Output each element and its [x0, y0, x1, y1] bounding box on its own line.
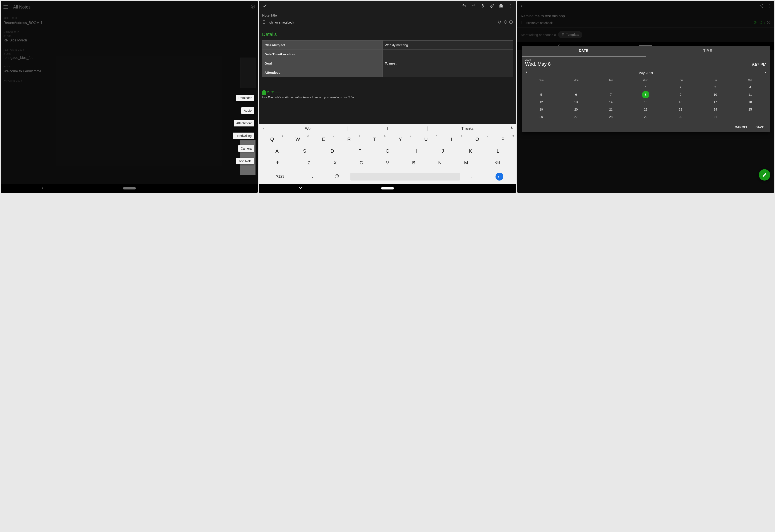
details-table[interactable]: Class/ProjectWeekly meetingDate/Time/Loc… — [262, 40, 513, 77]
key[interactable]: A — [263, 146, 291, 156]
calendar-day[interactable]: 13 — [572, 98, 580, 106]
note-item[interactable]: renegade_bios_feb — [3, 56, 255, 60]
calendar-day[interactable]: 1 — [642, 84, 649, 91]
key[interactable]: L — [484, 146, 512, 156]
key[interactable]: T5 — [362, 134, 387, 144]
prev-month-icon[interactable] — [525, 71, 528, 75]
info-icon[interactable] — [509, 20, 513, 25]
key[interactable]: K — [457, 146, 484, 156]
key[interactable]: E3 — [311, 134, 336, 144]
tab-date[interactable]: DATE — [522, 46, 646, 56]
table-row-value[interactable] — [382, 50, 513, 59]
note-title-input[interactable]: Note Title — [262, 14, 513, 17]
enter-key[interactable] — [484, 171, 515, 183]
calendar-day[interactable]: 7 — [607, 91, 615, 98]
calendar-day[interactable]: 2 — [677, 84, 684, 91]
key[interactable]: W2 — [285, 134, 310, 144]
calendar-day[interactable]: 30 — [677, 113, 684, 121]
fab-menu-item[interactable]: Reminder — [236, 95, 254, 101]
key[interactable]: O9 — [465, 134, 490, 144]
key[interactable]: M — [453, 158, 479, 168]
calendar-day[interactable]: 11 — [746, 91, 754, 98]
calendar-day[interactable]: 3 — [712, 84, 719, 91]
suggestion[interactable]: We — [268, 126, 347, 131]
calendar-day[interactable]: 12 — [537, 98, 545, 106]
calendar-day[interactable]: 9 — [677, 91, 684, 98]
edit-fab[interactable] — [759, 169, 770, 181]
key[interactable]: D — [319, 146, 346, 156]
key[interactable]: C — [348, 158, 374, 168]
space-key[interactable] — [350, 173, 460, 181]
fab-menu-item[interactable]: Camera — [238, 145, 254, 152]
backspace-key[interactable] — [479, 158, 515, 168]
calendar-day[interactable]: 21 — [607, 106, 615, 113]
overflow-icon[interactable] — [507, 2, 514, 10]
note-item[interactable]: RR Bios March — [3, 38, 255, 42]
key[interactable]: Y6 — [388, 134, 413, 144]
tag-icon[interactable] — [503, 20, 507, 25]
key[interactable]: I8 — [439, 134, 464, 144]
calendar-day[interactable]: 6 — [572, 91, 580, 98]
calendar-day[interactable]: 18 — [746, 98, 754, 106]
key[interactable]: Q1 — [259, 134, 285, 144]
calendar-day[interactable]: 31 — [712, 113, 719, 121]
shift-key[interactable] — [259, 158, 295, 168]
nav-home-icon[interactable] — [381, 187, 394, 189]
key[interactable]: P0 — [490, 134, 516, 144]
camera-icon[interactable] — [497, 2, 505, 10]
calendar-day[interactable]: 27 — [572, 113, 580, 121]
key[interactable]: R4 — [336, 134, 362, 144]
calendar-day[interactable]: 19 — [537, 106, 545, 113]
key[interactable]: N — [427, 158, 453, 168]
suggestion[interactable]: I — [347, 126, 428, 131]
expand-suggestions-icon[interactable] — [259, 127, 268, 131]
fab-menu-item[interactable]: Handwriting — [233, 133, 254, 139]
period-key[interactable]: . — [461, 172, 483, 181]
suggestion[interactable]: Thanks — [428, 126, 507, 131]
symbols-key[interactable]: ?123 — [260, 172, 301, 181]
comma-key[interactable]: , — [301, 172, 323, 181]
key[interactable]: V — [374, 158, 401, 168]
attachment-icon[interactable] — [488, 2, 496, 10]
fab-menu-item[interactable]: Text Note — [236, 158, 254, 164]
key[interactable]: F — [346, 146, 373, 156]
notebook-row[interactable]: richmoy's notebook — [262, 19, 513, 27]
note-item[interactable]: ReturnAddress_BOOM-1 — [3, 21, 255, 25]
emoji-key[interactable] — [324, 172, 349, 182]
key[interactable]: S — [291, 146, 318, 156]
key[interactable]: B — [401, 158, 427, 168]
tab-time[interactable]: TIME — [646, 46, 770, 56]
calendar-day[interactable]: 23 — [677, 106, 684, 113]
calendar-day[interactable]: 4 — [746, 84, 754, 91]
table-row-label[interactable]: Goal — [262, 59, 382, 68]
calendar-day[interactable]: 25 — [746, 106, 754, 113]
key[interactable]: U7 — [414, 134, 439, 144]
sync-icon[interactable] — [251, 4, 255, 10]
calendar-day[interactable]: 24 — [712, 106, 719, 113]
nav-hide-keyboard-icon[interactable] — [298, 186, 303, 191]
key[interactable]: X — [322, 158, 348, 168]
picker-month-label[interactable]: May 2019 — [638, 71, 653, 75]
undo-icon[interactable] — [461, 2, 468, 10]
calendar-day[interactable]: 29 — [642, 113, 649, 121]
calendar-day[interactable]: 22 — [642, 106, 649, 113]
note-item[interactable]: Welcome to Penultimate — [3, 69, 255, 73]
next-month-icon[interactable] — [764, 71, 767, 75]
mic-icon[interactable] — [507, 126, 516, 131]
nav-home-icon[interactable] — [123, 187, 136, 189]
table-row-label[interactable]: Attendees — [262, 68, 382, 77]
calendar-day[interactable]: 8 — [642, 91, 649, 98]
nav-back-icon[interactable] — [40, 186, 45, 191]
calendar-day[interactable]: 17 — [712, 98, 719, 106]
picker-year[interactable]: 2019 — [525, 58, 551, 61]
calendar-day[interactable]: 28 — [607, 113, 615, 121]
table-row-value[interactable] — [382, 68, 513, 77]
calendar-day[interactable]: 20 — [572, 106, 580, 113]
table-row-label[interactable]: Class/Project — [262, 41, 382, 50]
table-row-value[interactable]: To meet — [382, 59, 513, 68]
key[interactable]: Z — [296, 158, 322, 168]
calendar-day[interactable]: 16 — [677, 98, 684, 106]
text-format-icon[interactable] — [479, 2, 486, 10]
calendar-day[interactable]: 14 — [607, 98, 615, 106]
key[interactable]: G — [374, 146, 401, 156]
